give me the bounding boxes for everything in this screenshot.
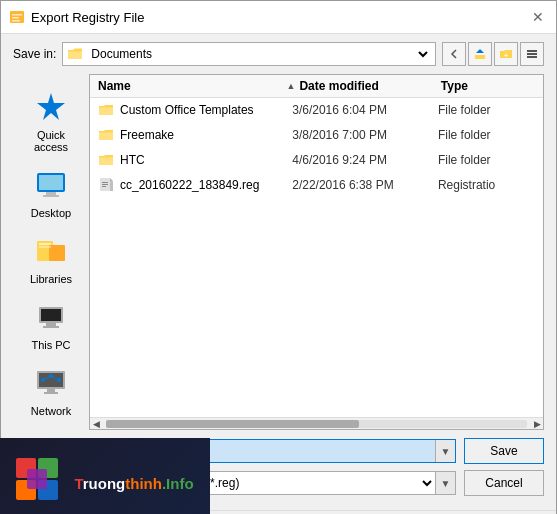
svg-rect-19 [41,309,61,321]
sidebar: Quick access Desktop [13,74,89,430]
sidebar-item-quick-access[interactable]: Quick access [17,82,85,158]
new-folder-button[interactable]: + [494,42,518,66]
sidebar-item-libraries-label: Libraries [30,273,72,285]
file-date-cell: 2/22/2016 6:38 PM [292,178,438,192]
network-icon-container [31,363,71,403]
sidebar-item-quick-access-label: Quick access [24,129,78,153]
dialog-title: Export Registry File [31,10,144,25]
table-row[interactable]: Custom Office Templates 3/6/2016 6:04 PM… [90,98,543,123]
file-type-cell: File folder [438,153,535,167]
file-name-cell: cc_20160222_183849.reg [98,177,292,193]
this-pc-icon [33,299,69,335]
file-type-cell: File folder [438,103,535,117]
svg-rect-41 [27,469,47,489]
sidebar-item-this-pc[interactable]: This PC [17,292,85,356]
export-registry-dialog: Export Registry File ✕ Save in: Document… [0,0,557,514]
savetype-dropdown-btn[interactable]: ▼ [435,472,455,494]
svg-rect-13 [43,195,59,197]
savein-label: Save in: [13,47,56,61]
back-button[interactable] [442,42,466,66]
svg-text:+: + [504,52,508,59]
svg-marker-32 [110,178,113,181]
watermark-text: Truongthinh.Info [74,475,193,492]
file-list-header: Name ▲ Date modified Type [90,75,543,98]
this-pc-icon-container [31,297,71,337]
svg-rect-6 [527,50,537,52]
folder-icon [98,127,114,143]
svg-rect-24 [47,389,55,392]
watermark-logo [16,458,66,508]
table-row[interactable]: HTC 4/6/2016 9:24 PM File folder [90,148,543,173]
svg-rect-34 [102,182,108,183]
filename-dropdown-btn[interactable]: ▼ [435,440,455,462]
svg-rect-8 [527,56,537,58]
new-folder-icon: + [499,47,513,61]
save-button[interactable]: Save [464,438,544,464]
svg-marker-9 [37,93,65,120]
folder-icon [98,152,114,168]
horizontal-scrollbar[interactable]: ◀ ▶ [90,417,543,429]
scroll-right-btn[interactable]: ▶ [531,419,543,429]
table-row[interactable]: cc_20160222_183849.reg 2/22/2016 6:38 PM… [90,173,543,198]
svg-rect-17 [39,246,51,248]
svg-rect-4 [475,55,485,59]
watermark: Truongthinh.Info [0,438,210,514]
savein-select[interactable]: Documents [87,46,431,62]
svg-rect-11 [39,175,63,190]
file-type-cell: File folder [438,128,535,142]
svg-rect-25 [44,392,58,394]
quick-access-icon-container [31,87,71,127]
file-name-cell: Freemake [98,127,292,143]
col-name-header[interactable]: Name [98,79,286,93]
folder-icon [98,102,114,118]
svg-rect-1 [12,14,22,16]
desktop-icon-container [31,165,71,205]
table-row[interactable]: Freemake 3/8/2016 7:00 PM File folder [90,123,543,148]
view-icon [526,48,538,60]
desktop-icon [33,167,69,203]
back-icon [448,48,460,60]
network-icon [33,365,69,401]
title-bar: Export Registry File ✕ [1,1,556,34]
registry-icon [9,9,25,25]
sort-arrow: ▲ [286,81,295,91]
file-type-cell: Registratio [438,178,535,192]
file-panel: Name ▲ Date modified Type Custom Office … [89,74,544,430]
watermark-inner: Truongthinh.Info [16,458,193,508]
svg-rect-3 [12,20,20,22]
sidebar-item-this-pc-label: This PC [31,339,70,351]
file-list: Custom Office Templates 3/6/2016 6:04 PM… [90,98,543,417]
close-button[interactable]: ✕ [528,7,548,27]
svg-rect-35 [102,184,108,185]
sidebar-item-desktop[interactable]: Desktop [17,160,85,224]
svg-rect-16 [39,243,51,245]
svg-rect-12 [46,192,56,195]
svg-rect-33 [110,181,113,191]
scroll-left-btn[interactable]: ◀ [90,419,102,429]
scrollbar-track[interactable] [106,420,527,428]
col-type-header[interactable]: Type [441,79,535,93]
folder-icon [67,46,83,62]
up-button[interactable] [468,42,492,66]
sidebar-item-network-label: Network [31,405,71,417]
svg-rect-20 [46,323,56,326]
file-date-cell: 3/8/2016 7:00 PM [292,128,438,142]
svg-rect-2 [12,17,19,19]
quick-access-icon [33,89,69,125]
scrollbar-thumb[interactable] [106,420,359,428]
sidebar-item-desktop-label: Desktop [31,207,71,219]
col-date-header[interactable]: Date modified [299,79,440,93]
savein-combo[interactable]: Documents [62,42,436,66]
toolbar: Save in: Documents [1,34,556,74]
nav-buttons: + [442,42,544,66]
svg-rect-21 [43,326,59,328]
file-date-cell: 4/6/2016 9:24 PM [292,153,438,167]
up-icon [473,47,487,61]
svg-rect-36 [102,186,106,187]
title-bar-left: Export Registry File [9,9,144,25]
libraries-icon [33,233,69,269]
sidebar-item-network[interactable]: Network [17,358,85,422]
sidebar-item-libraries[interactable]: Libraries [17,226,85,290]
cancel-button[interactable]: Cancel [464,470,544,496]
view-button[interactable] [520,42,544,66]
